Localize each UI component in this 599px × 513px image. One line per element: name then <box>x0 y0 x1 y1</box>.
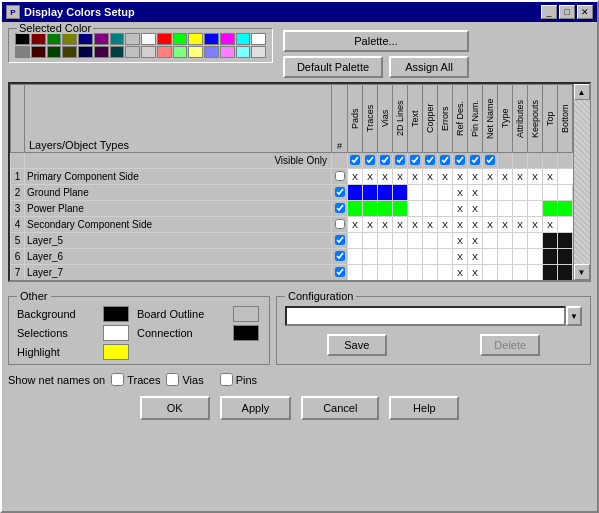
netname-visible-checkbox[interactable] <box>485 155 495 165</box>
layer-cell[interactable]: X <box>453 249 468 265</box>
refdes-visible-checkbox[interactable] <box>455 155 465 165</box>
layer-cell[interactable] <box>438 185 453 201</box>
layer-cell[interactable] <box>378 201 393 217</box>
layer-cell[interactable] <box>438 249 453 265</box>
layer-cell[interactable] <box>393 265 408 281</box>
color-swatch[interactable] <box>78 33 93 45</box>
color-swatch[interactable] <box>236 33 251 45</box>
layer-cell[interactable] <box>408 249 423 265</box>
save-button[interactable]: Save <box>327 334 387 356</box>
vertical-scrollbar[interactable]: ▲ ▼ <box>573 84 589 280</box>
color-swatch[interactable] <box>94 33 109 45</box>
pins-checkbox[interactable] <box>220 373 233 386</box>
errors-visible-checkbox[interactable] <box>440 155 450 165</box>
color-swatch[interactable] <box>125 46 140 58</box>
layer-cell[interactable] <box>498 233 513 249</box>
layer-cell[interactable]: X <box>513 169 528 185</box>
layer-cell[interactable]: X <box>528 169 543 185</box>
layer-cell[interactable]: X <box>468 185 483 201</box>
layer-cell[interactable]: X <box>423 217 438 233</box>
layer-cell[interactable]: X <box>453 265 468 281</box>
config-dropdown-arrow[interactable]: ▼ <box>566 306 582 326</box>
color-swatch[interactable] <box>78 46 93 58</box>
2dlines-visible-checkbox[interactable] <box>395 155 405 165</box>
layer-cell[interactable]: X <box>528 217 543 233</box>
color-swatch[interactable] <box>31 33 46 45</box>
color-swatch[interactable] <box>173 33 188 45</box>
scroll-track[interactable] <box>574 100 590 264</box>
layer-cell[interactable] <box>528 249 543 265</box>
layer-cell[interactable]: X <box>438 169 453 185</box>
layer-cell[interactable] <box>543 185 558 201</box>
layer-cell[interactable]: X <box>498 217 513 233</box>
layer-cell[interactable] <box>363 201 378 217</box>
layer-cell[interactable]: X <box>378 169 393 185</box>
configuration-input[interactable] <box>285 306 566 326</box>
color-swatch[interactable] <box>125 33 140 45</box>
connection-color-box[interactable] <box>233 325 259 341</box>
layer-cell[interactable] <box>393 185 408 201</box>
highlight-color-box[interactable] <box>103 344 129 360</box>
layer-cell[interactable] <box>423 249 438 265</box>
layer-cell[interactable]: X <box>483 217 498 233</box>
layer-visible-checkbox[interactable] <box>335 251 345 261</box>
layer-cell[interactable] <box>543 233 558 249</box>
layer-cell[interactable] <box>438 265 453 281</box>
layer-cell[interactable] <box>423 265 438 281</box>
layer-cell[interactable] <box>408 233 423 249</box>
layer-cell[interactable] <box>408 201 423 217</box>
color-swatch[interactable] <box>47 33 62 45</box>
color-swatch[interactable] <box>110 33 125 45</box>
copper-visible-checkbox[interactable] <box>425 155 435 165</box>
layer-cell[interactable] <box>513 249 528 265</box>
layer-cell[interactable] <box>363 249 378 265</box>
layer-cell[interactable] <box>438 201 453 217</box>
color-swatch[interactable] <box>62 46 77 58</box>
palette-button[interactable]: Palette... <box>283 30 469 52</box>
layer-cell[interactable] <box>543 265 558 281</box>
layer-cell[interactable] <box>483 185 498 201</box>
layer-visible-checkbox[interactable] <box>335 219 345 229</box>
layer-cell[interactable]: X <box>408 169 423 185</box>
layer-cell[interactable] <box>498 185 513 201</box>
layer-cell[interactable]: X <box>408 217 423 233</box>
traces-checkbox[interactable] <box>111 373 124 386</box>
layer-cell[interactable]: X <box>513 217 528 233</box>
layer-cell[interactable] <box>378 249 393 265</box>
layer-cell[interactable] <box>483 201 498 217</box>
layer-cell[interactable]: X <box>468 169 483 185</box>
color-swatch[interactable] <box>220 46 235 58</box>
layer-cell[interactable]: X <box>348 217 363 233</box>
layer-cell[interactable] <box>378 185 393 201</box>
layer-cell[interactable]: X <box>393 217 408 233</box>
layer-cell[interactable] <box>348 265 363 281</box>
layer-visible-checkbox[interactable] <box>335 187 345 197</box>
color-swatch[interactable] <box>204 46 219 58</box>
layer-visible-checkbox[interactable] <box>335 203 345 213</box>
layer-cell[interactable]: X <box>363 169 378 185</box>
layer-cell[interactable]: X <box>468 265 483 281</box>
layer-cell[interactable]: X <box>498 169 513 185</box>
layer-cell[interactable]: X <box>468 249 483 265</box>
layer-cell[interactable] <box>378 265 393 281</box>
color-swatch[interactable] <box>251 33 266 45</box>
color-swatch[interactable] <box>236 46 251 58</box>
scroll-up-button[interactable]: ▲ <box>574 84 590 100</box>
layer-cell[interactable] <box>528 233 543 249</box>
layer-cell[interactable] <box>363 185 378 201</box>
color-swatch[interactable] <box>31 46 46 58</box>
color-swatch[interactable] <box>220 33 235 45</box>
layer-visible-checkbox[interactable] <box>335 235 345 245</box>
maximize-button[interactable]: □ <box>559 5 575 19</box>
layer-cell[interactable]: X <box>468 233 483 249</box>
color-swatch[interactable] <box>62 33 77 45</box>
board-outline-color-box[interactable] <box>233 306 259 322</box>
layer-cell[interactable] <box>543 201 558 217</box>
traces-visible-checkbox[interactable] <box>365 155 375 165</box>
ok-button[interactable]: OK <box>140 396 210 420</box>
layer-cell[interactable] <box>438 233 453 249</box>
layer-cell[interactable] <box>363 265 378 281</box>
close-button[interactable]: ✕ <box>577 5 593 19</box>
layer-cell[interactable] <box>543 249 558 265</box>
layer-cell[interactable] <box>423 185 438 201</box>
